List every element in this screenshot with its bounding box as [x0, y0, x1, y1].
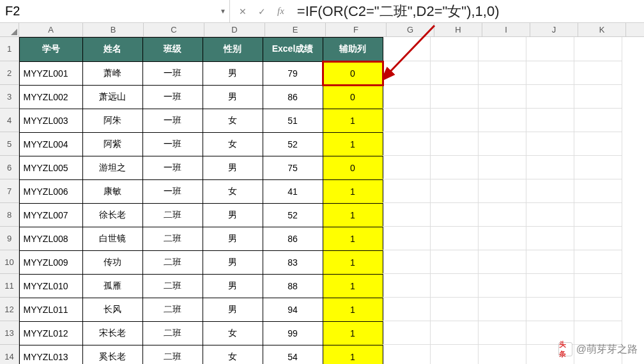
- row-header[interactable]: 12: [0, 298, 19, 321]
- cell[interactable]: 1: [323, 109, 383, 133]
- cell[interactable]: 1: [323, 321, 383, 345]
- cell[interactable]: 女: [203, 345, 263, 365]
- row-header[interactable]: 14: [0, 345, 19, 364]
- cell[interactable]: [431, 61, 479, 85]
- cancel-icon[interactable]: ✕: [239, 6, 247, 17]
- cell[interactable]: [431, 85, 479, 109]
- cell[interactable]: 94: [263, 298, 323, 322]
- cell[interactable]: [431, 37, 479, 61]
- cell[interactable]: 男: [203, 85, 263, 109]
- cell[interactable]: 男: [203, 203, 263, 227]
- cell[interactable]: 一班: [142, 179, 203, 204]
- row-header[interactable]: 2: [0, 61, 19, 85]
- row-header[interactable]: 5: [0, 132, 19, 156]
- cell[interactable]: MYYZL003: [19, 109, 83, 133]
- cell[interactable]: 0: [323, 156, 383, 180]
- cell[interactable]: [526, 203, 574, 227]
- cell[interactable]: 75: [263, 156, 323, 180]
- cell[interactable]: 长风: [82, 298, 143, 322]
- cell[interactable]: [574, 179, 622, 203]
- cell[interactable]: [479, 298, 526, 321]
- cell[interactable]: 1: [323, 179, 383, 204]
- cell[interactable]: [574, 321, 622, 345]
- cell[interactable]: [526, 37, 574, 61]
- cell[interactable]: [383, 61, 431, 85]
- cell[interactable]: [479, 345, 526, 364]
- cell[interactable]: MYYZL011: [19, 298, 83, 322]
- column-header-C[interactable]: C: [144, 23, 204, 36]
- row-header[interactable]: 10: [0, 250, 19, 274]
- cell[interactable]: MYYZL002: [19, 85, 83, 109]
- column-header-H[interactable]: H: [434, 23, 482, 36]
- fx-icon[interactable]: fx: [277, 6, 284, 17]
- cell[interactable]: 二班: [142, 321, 203, 345]
- cell[interactable]: 1: [323, 227, 383, 251]
- cell[interactable]: 女: [203, 132, 263, 156]
- cell[interactable]: [383, 85, 431, 109]
- cell[interactable]: 女: [203, 109, 263, 133]
- cell[interactable]: 1: [323, 203, 383, 227]
- cell[interactable]: 女: [203, 321, 263, 345]
- cell[interactable]: [526, 109, 574, 132]
- cell[interactable]: [574, 250, 622, 274]
- cell[interactable]: 一班: [142, 109, 203, 133]
- cell[interactable]: 阿朱: [82, 109, 143, 133]
- cell[interactable]: [574, 156, 622, 179]
- column-header-D[interactable]: D: [204, 23, 265, 36]
- cell[interactable]: 88: [263, 274, 323, 298]
- cell[interactable]: 0: [323, 61, 383, 86]
- cell[interactable]: [526, 156, 574, 179]
- cell[interactable]: 萧远山: [82, 85, 143, 109]
- column-header-A[interactable]: A: [19, 23, 83, 36]
- cell[interactable]: [526, 179, 574, 203]
- cell[interactable]: [431, 156, 479, 179]
- cell[interactable]: 男: [203, 298, 263, 322]
- row-header[interactable]: 1: [0, 37, 19, 61]
- cell[interactable]: 男: [203, 156, 263, 180]
- cell[interactable]: [383, 298, 431, 321]
- cell[interactable]: 0: [323, 85, 383, 109]
- column-header-B[interactable]: B: [83, 23, 144, 36]
- cell[interactable]: [383, 203, 431, 227]
- cell[interactable]: 男: [203, 250, 263, 275]
- cell[interactable]: 白世镜: [82, 227, 143, 251]
- cell[interactable]: [574, 274, 622, 298]
- cell[interactable]: [431, 298, 479, 321]
- cell[interactable]: MYYZL004: [19, 132, 83, 156]
- header-cell[interactable]: 姓名: [82, 37, 143, 62]
- cell[interactable]: [431, 345, 479, 364]
- cell[interactable]: 51: [263, 109, 323, 133]
- cell[interactable]: [479, 85, 526, 109]
- row-header[interactable]: 7: [0, 179, 19, 203]
- row-header[interactable]: 11: [0, 274, 19, 298]
- cell[interactable]: [479, 274, 526, 298]
- cell[interactable]: 游坦之: [82, 156, 143, 180]
- cell[interactable]: 孤雁: [82, 274, 143, 298]
- cell[interactable]: 83: [263, 250, 323, 275]
- name-box[interactable]: F2 ▼: [0, 0, 230, 23]
- cell[interactable]: [431, 203, 479, 227]
- cell[interactable]: 41: [263, 179, 323, 204]
- formula-input[interactable]: =IF(OR(C2="二班",D2="女"),1,0): [293, 2, 644, 21]
- cell[interactable]: 1: [323, 132, 383, 156]
- cell[interactable]: [383, 274, 431, 298]
- name-box-dropdown-icon[interactable]: ▼: [217, 8, 229, 15]
- header-cell[interactable]: 学号: [19, 37, 83, 62]
- cell[interactable]: 阿紫: [82, 132, 143, 156]
- cell[interactable]: [431, 321, 479, 345]
- header-cell[interactable]: 性别: [203, 37, 263, 62]
- cell[interactable]: 男: [203, 274, 263, 298]
- cell[interactable]: 传功: [82, 250, 143, 275]
- cell[interactable]: MYYZL007: [19, 203, 83, 227]
- cell[interactable]: [479, 132, 526, 156]
- cell[interactable]: [479, 37, 526, 61]
- cell[interactable]: MYYZL013: [19, 345, 83, 365]
- cell[interactable]: [383, 132, 431, 156]
- cell[interactable]: 一班: [142, 132, 203, 156]
- cell[interactable]: MYYZL008: [19, 227, 83, 251]
- confirm-icon[interactable]: ✓: [258, 6, 266, 17]
- cell[interactable]: 男: [203, 61, 263, 86]
- cell[interactable]: 宋长老: [82, 321, 143, 345]
- cell[interactable]: MYYZL009: [19, 250, 83, 275]
- cell[interactable]: [383, 179, 431, 203]
